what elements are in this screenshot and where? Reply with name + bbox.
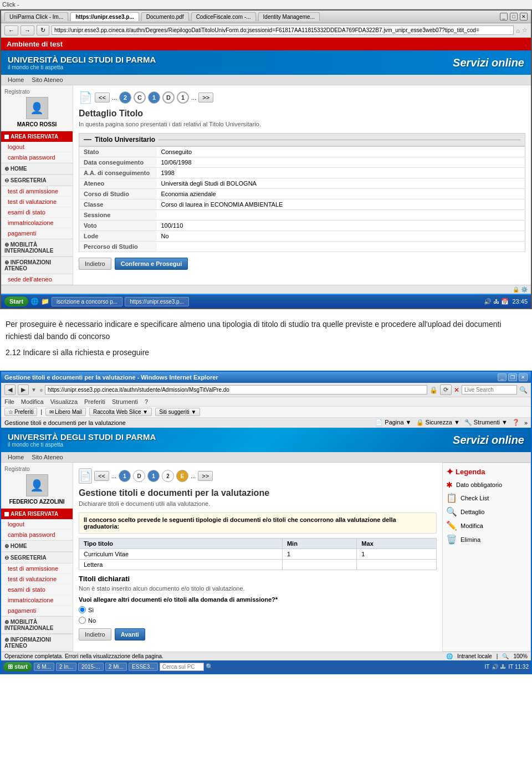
checklist-icon: 📋 <box>446 493 457 503</box>
ie-taskbar-item-4[interactable]: 2 Mi... <box>105 663 127 671</box>
sidebar-mobilita-2[interactable]: MOBILITÀ INTERNAZIONALE <box>1 616 73 634</box>
ie-taskbar-item-3[interactable]: 2015-... <box>78 663 104 671</box>
ie-refresh[interactable]: ⟳ <box>440 385 452 395</box>
sidebar-logout-2[interactable]: logout <box>1 519 73 530</box>
step-next-1[interactable]: >> <box>198 93 213 102</box>
raccolta-button[interactable]: Raccolta Web Slice ▼ <box>89 408 152 416</box>
sidebar-mobilita-1[interactable]: MOBILITÀ INTERNAZIONALE <box>1 239 73 257</box>
tab-unipr[interactable]: https://unipr.esse3.p... <box>70 12 139 21</box>
sidebar-user-1: Registrato 👤 MARCO ROSSI <box>1 85 73 131</box>
nav-sito-ateneo-2[interactable]: Sito Ateneo <box>29 453 65 461</box>
step2-1b: 1 <box>147 470 160 482</box>
ie-titlebar: Gestione titoli e documenti per la valut… <box>1 372 531 383</box>
menu-visualizza[interactable]: Visualizza <box>50 398 78 405</box>
sidebar-test-valutazione-1[interactable]: test di valutazione <box>1 197 73 207</box>
sidebar-pagamenti-1[interactable]: pagamenti <box>1 228 73 239</box>
back-button[interactable]: ← <box>4 25 18 35</box>
ie-search-pc[interactable] <box>160 663 204 671</box>
sidebar-sede-1[interactable]: sede dell'ateneo <box>1 274 73 285</box>
tab-codice[interactable]: CodiceFiscale.com -... <box>191 12 256 21</box>
siti-suggeriti-button[interactable]: Siti suggeriti ▼ <box>155 408 200 416</box>
ie-start-button[interactable]: ⊞ start <box>3 662 32 672</box>
tab-uniparma[interactable]: UniParma Click - Im... <box>4 12 68 21</box>
ie-back[interactable]: ◀ <box>4 385 16 395</box>
forward-button[interactable]: → <box>21 25 34 35</box>
sidebar-home-1[interactable]: HOME <box>1 163 73 175</box>
sidebar-home-2[interactable]: HOME <box>1 540 73 552</box>
ie-search-icon[interactable]: 🔍 <box>519 386 528 394</box>
sidebar-segreteria-2[interactable]: SEGRETERIA <box>1 552 73 563</box>
home-icon: ⌂ <box>516 27 520 34</box>
start-button-1[interactable]: Start <box>4 296 28 306</box>
step-2: 2 <box>119 91 131 104</box>
libero-mail-button[interactable]: ✉ Libero Mail <box>45 408 86 416</box>
taskbar-item-1[interactable]: iscrizione a concorso p... <box>52 297 122 306</box>
sidebar-test-ammissione-2[interactable]: test di ammissione <box>1 563 73 574</box>
ie-search-input[interactable] <box>462 385 517 394</box>
ie-restore[interactable]: ❐ <box>508 373 517 381</box>
back-button-1[interactable]: Indietro <box>79 258 111 270</box>
field-value: 10/06/1998 <box>157 157 525 168</box>
action-buttons-1: Indietro Conferma e Prosegui <box>79 258 525 270</box>
nav-sito-ateneo-1[interactable]: Sito Ateneo <box>29 76 65 84</box>
section-icon-1 <box>4 135 9 139</box>
menu-help[interactable]: ? <box>145 398 148 405</box>
reload-button[interactable]: ↻ <box>37 25 49 35</box>
page-content-2: Registrato 👤 FEDERICO AZZOLINI AREA RISE… <box>1 463 531 652</box>
sidebar-test-ammissione-1[interactable]: test di ammissione <box>1 186 73 197</box>
ie-close[interactable]: ✕ <box>519 373 528 381</box>
sidebar-cambia-password-1[interactable]: cambia password <box>1 152 73 163</box>
username-1: MARCO ROSSI <box>4 121 69 127</box>
sidebar-esami-stato-2[interactable]: esami di stato <box>1 585 73 595</box>
back-button-2[interactable]: Indietro <box>79 628 111 640</box>
ie-taskbar-item-1[interactable]: 6 M... <box>34 663 54 671</box>
menu-preferiti[interactable]: Preferiti <box>84 398 105 405</box>
menu-modifica[interactable]: Modifica <box>21 398 44 405</box>
ie-taskbar-item-5[interactable]: ESSE3... <box>129 663 158 671</box>
sidebar-cambia-password-2[interactable]: cambia password <box>1 530 73 540</box>
windows-icon: ⊞ <box>8 663 13 670</box>
nav-home-1[interactable]: Home <box>6 76 26 84</box>
avanti-button[interactable]: Avanti <box>115 628 145 640</box>
sidebar-logout-1[interactable]: logout <box>1 142 73 152</box>
sidebar-immatricolazione-1[interactable]: immatricolazione <box>1 218 73 228</box>
step-c: C <box>134 91 146 104</box>
ie-taskbar-item-2[interactable]: 2 In... <box>56 663 76 671</box>
tab-documento[interactable]: Documento.pdf <box>141 12 189 21</box>
minimize-button[interactable]: _ <box>500 13 508 20</box>
taskbar-item-2[interactable]: https://unipr.esse3.p... <box>125 297 189 306</box>
nav-home-2[interactable]: Home <box>6 453 26 461</box>
click-bar-text: Click - <box>2 1 19 8</box>
browser-tabs: UniParma Click - Im... https://unipr.ess… <box>4 12 320 21</box>
field-label: Corso di Studio <box>79 189 157 199</box>
sidebar-pagamenti-2[interactable]: pagamenti <box>1 606 73 616</box>
ie-forward[interactable]: ▶ <box>18 385 29 395</box>
university-name: UNIVERSITÀ DEGLI STUDI DI PARMA <box>8 55 156 64</box>
tab-identity[interactable]: Identity Manageme... <box>258 12 320 21</box>
ie-taskbar-time: IT 11:32 <box>508 664 529 670</box>
user-avatar-1: 👤 <box>26 97 48 119</box>
table-row: Corso di Studio Economia aziendale <box>79 189 525 199</box>
sidebar-immatricolazione-2[interactable]: immatricolazione <box>1 595 73 606</box>
step-next-2[interactable]: >> <box>198 471 213 481</box>
radio-no[interactable] <box>79 617 86 624</box>
sidebar-segreteria-1[interactable]: SEGRETERIA <box>1 175 73 186</box>
address-bar[interactable] <box>52 25 514 35</box>
step-prev-1[interactable]: << <box>95 93 110 102</box>
ie-lock-icon: 🔒 <box>429 386 438 394</box>
close-button[interactable]: ✕ <box>520 13 528 20</box>
ie-address-bar[interactable] <box>45 385 427 394</box>
table-row: Voto 100/110 <box>79 221 525 231</box>
preferiti-button[interactable]: ☆ Preferiti <box>4 408 37 416</box>
sidebar-test-valutazione-2[interactable]: test di valutazione <box>1 574 73 585</box>
ie-minimize[interactable]: _ <box>498 373 507 381</box>
sidebar-esami-stato-1[interactable]: esami di stato <box>1 207 73 218</box>
menu-strumenti[interactable]: Strumenti <box>112 398 138 405</box>
menu-file[interactable]: File <box>4 398 14 405</box>
confirm-button-1[interactable]: Conferma e Prosegui <box>115 258 188 270</box>
maximize-button[interactable]: □ <box>510 13 518 20</box>
sidebar-informazioni-2[interactable]: INFORMAZIONI ATENEO <box>1 634 73 652</box>
radio-si[interactable] <box>79 606 86 613</box>
step-prev-2[interactable]: << <box>94 471 109 481</box>
sidebar-informazioni-1[interactable]: INFORMAZIONI ATENEO <box>1 257 73 274</box>
